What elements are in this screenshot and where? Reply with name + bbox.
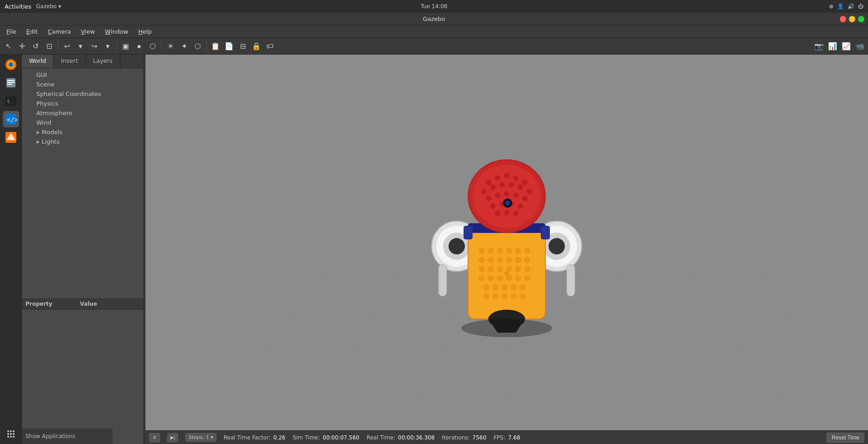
dock-terminal-icon[interactable]: $_ <box>3 93 19 109</box>
box-shape-button[interactable]: ▣ <box>119 40 132 53</box>
svg-point-42 <box>479 247 485 254</box>
svg-point-2 <box>9 62 13 67</box>
show-apps-icon[interactable] <box>3 426 19 442</box>
sep2 <box>116 41 117 52</box>
menu-edit[interactable]: Edit <box>22 27 42 36</box>
show-applications-label: Show Applications <box>25 433 75 439</box>
dock-firefox-icon[interactable] <box>3 56 19 73</box>
select-tool-button[interactable]: ↖ <box>2 40 15 53</box>
rotate-tool-button[interactable]: ↺ <box>29 40 42 53</box>
rtf-section: Real Time Factor: 0.26 <box>224 434 285 441</box>
menu-bar: File Edit Camera View Window Help <box>0 25 868 38</box>
menu-file[interactable]: File <box>2 27 21 36</box>
real-time-label: Real Time: <box>367 434 395 441</box>
app-menu-arrow: ▾ <box>59 3 61 10</box>
redo-button[interactable]: ↪ <box>88 40 100 53</box>
app-menu[interactable]: Gazebo ▾ <box>36 3 61 10</box>
viewport[interactable]: ⏸ ▶| Steps: 1 ▾ Real Time Factor: 0.26 S… <box>145 55 868 444</box>
undo-dropdown[interactable]: ▾ <box>74 40 87 53</box>
plot-button[interactable]: 📈 <box>840 40 853 53</box>
minimize-button[interactable] <box>849 16 855 22</box>
maximize-button[interactable] <box>858 16 864 22</box>
copy-button[interactable]: 📋 <box>209 40 222 53</box>
svg-point-89 <box>499 182 505 187</box>
svg-point-53 <box>524 257 530 263</box>
translate-tool-button[interactable]: ✛ <box>15 40 28 53</box>
tree-item-gui[interactable]: GUI <box>22 70 143 80</box>
iterations-section: Iterations: 7560 <box>442 434 486 441</box>
tab-layers[interactable]: Layers <box>86 55 120 68</box>
svg-point-90 <box>509 182 514 187</box>
status-bar: ⏸ ▶| Steps: 1 ▾ Real Time Factor: 0.26 S… <box>145 430 868 444</box>
dock-gazebo-icon[interactable] <box>3 129 19 146</box>
dot <box>10 436 12 438</box>
cylinder-shape-button[interactable]: ⬡ <box>146 40 159 53</box>
fps-section: FPS: 7.68 <box>494 434 520 441</box>
tree-item-spherical-coords[interactable]: Spherical Coordinates <box>22 89 143 99</box>
snap-button[interactable]: 🔒 <box>250 40 263 53</box>
tab-world[interactable]: World <box>22 55 54 68</box>
log-button[interactable]: 📊 <box>826 40 839 53</box>
dot <box>7 430 9 432</box>
wind-label: Wind <box>36 119 51 126</box>
screenshot-button[interactable]: 📷 <box>813 40 825 53</box>
svg-point-96 <box>513 192 519 198</box>
menu-camera[interactable]: Camera <box>43 27 75 36</box>
dock-files-icon[interactable] <box>3 75 19 91</box>
tab-insert[interactable]: Insert <box>54 55 85 68</box>
menu-view[interactable]: View <box>76 27 100 36</box>
scale-tool-button[interactable]: ⊡ <box>43 40 55 53</box>
joint-button[interactable]: 🏷 <box>264 40 276 53</box>
svg-point-50 <box>497 257 503 263</box>
title-bar: Gazebo <box>0 13 868 25</box>
app-name-label: Gazebo <box>36 3 56 10</box>
activities-button[interactable]: Activities <box>5 3 31 10</box>
gui-label: GUI <box>36 71 47 78</box>
steps-control[interactable]: Steps: 1 ▾ <box>185 433 216 442</box>
physics-label: Physics <box>36 100 58 107</box>
rtf-value: 0.26 <box>273 434 285 441</box>
tree-item-physics[interactable]: Physics <box>22 99 143 108</box>
tree-item-lights[interactable]: ▶ Lights <box>22 137 143 146</box>
svg-point-65 <box>524 275 530 281</box>
tree-item-wind[interactable]: Wind <box>22 118 143 127</box>
point-light-button[interactable]: ✦ <box>178 40 190 53</box>
fps-value: 7.68 <box>508 434 520 441</box>
pause-button[interactable]: ⏸ <box>149 433 160 442</box>
align-button[interactable]: ⊟ <box>236 40 249 53</box>
system-bar-left: Activities Gazebo ▾ <box>5 3 61 10</box>
tree-item-scene[interactable]: Scene <box>22 80 143 89</box>
tree-item-models[interactable]: ▶ Models <box>22 127 143 137</box>
menu-window[interactable]: Window <box>100 27 133 36</box>
tree-item-atmosphere[interactable]: Atmosphere <box>22 108 143 118</box>
paste-button[interactable]: 📄 <box>223 40 235 53</box>
menu-help[interactable]: Help <box>134 27 156 36</box>
reset-time-button[interactable]: Reset Time <box>827 433 864 443</box>
network-icon: ⊕ <box>829 3 833 10</box>
lights-arrow-icon: ▶ <box>36 139 40 144</box>
svg-rect-40 <box>567 264 575 296</box>
svg-rect-78 <box>464 226 473 239</box>
redo-dropdown[interactable]: ▾ <box>101 40 114 53</box>
sphere-shape-button[interactable]: ● <box>133 40 145 53</box>
sun-light-button[interactable]: ☀ <box>164 40 177 53</box>
properties-panel: Property Value <box>22 298 143 444</box>
svg-point-103 <box>504 210 509 215</box>
svg-point-54 <box>479 266 485 272</box>
svg-point-104 <box>513 211 519 216</box>
dock-vscode-icon[interactable]: </> <box>3 111 19 127</box>
svg-point-76 <box>504 271 509 276</box>
svg-point-98 <box>490 203 496 209</box>
svg-point-56 <box>497 266 503 272</box>
dot <box>13 436 15 438</box>
show-applications-area[interactable]: Show Applications <box>22 428 113 444</box>
video-button[interactable]: 📹 <box>853 40 866 53</box>
close-button[interactable] <box>840 16 846 22</box>
step-forward-button[interactable]: ▶| <box>167 433 178 442</box>
svg-point-91 <box>518 184 523 190</box>
steps-dropdown-arrow: ▾ <box>210 434 213 440</box>
window-title: Gazebo <box>423 15 445 22</box>
undo-button[interactable]: ↩ <box>60 40 73 53</box>
icon-dock: $_ </> <box>0 55 22 444</box>
spot-light-button[interactable]: ⬡ <box>191 40 204 53</box>
